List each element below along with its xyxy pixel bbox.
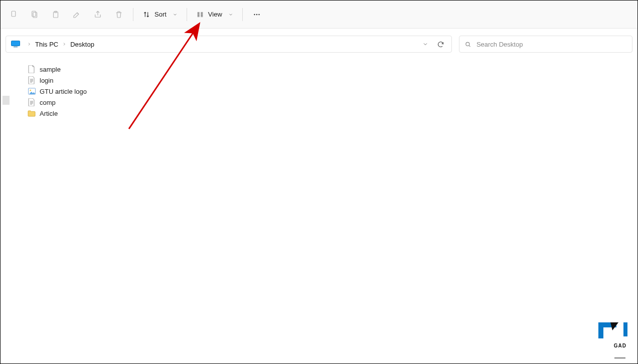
trash-icon [114,10,123,19]
address-bar[interactable]: This PC Desktop [6,36,452,53]
svg-rect-9 [14,47,18,48]
chevron-down-icon [173,12,178,17]
file-item[interactable]: login [26,75,106,86]
share-icon [93,10,102,19]
more-button[interactable] [247,6,267,24]
view-icon [196,11,204,19]
chevron-right-icon [62,41,66,48]
file-name: sample [40,66,61,73]
svg-rect-8 [12,41,20,46]
this-pc-icon [11,41,20,48]
toolbar-separator [187,8,187,21]
svg-point-12 [30,90,31,91]
nav-row: This PC Desktop [1,29,637,57]
copy-icon [30,10,39,19]
breadcrumb-this-pc[interactable]: This PC [35,41,58,48]
cut-button[interactable] [4,6,24,24]
resize-handle[interactable] [614,357,625,358]
address-history-button[interactable] [418,41,432,47]
chevron-down-icon [422,41,428,47]
file-item[interactable]: comp [26,97,106,108]
chevron-right-icon [27,41,31,48]
svg-point-6 [256,14,257,15]
ellipsis-icon [252,10,261,19]
cut-icon [9,10,18,19]
text-file-icon [28,98,36,106]
toolbar-separator [242,8,243,21]
file-item[interactable]: Article [26,108,106,119]
svg-rect-2 [32,11,36,17]
svg-point-10 [466,42,469,46]
search-input[interactable] [476,41,627,48]
rename-button[interactable] [67,6,87,24]
explorer-window: Sort View This PC Desktop [0,0,638,364]
folder-icon [28,109,36,117]
svg-rect-14 [623,322,627,336]
sort-label: Sort [154,11,167,18]
rename-icon [72,10,81,19]
sort-icon [142,11,150,19]
file-name: login [40,77,53,84]
file-name: comp [40,99,56,106]
nav-pane-collapsed[interactable] [1,57,12,363]
toolbar: Sort View [1,1,637,29]
file-name: GTU article logo [40,88,87,95]
delete-button[interactable] [109,6,129,24]
file-name: Article [40,110,58,117]
sort-button[interactable]: Sort [137,6,183,24]
file-list[interactable]: sample login GTU article logo comp [12,57,637,363]
nav-pane-handle[interactable] [3,96,10,105]
breadcrumb-desktop[interactable]: Desktop [70,41,94,48]
paste-button[interactable] [46,6,66,24]
file-blank-icon [28,65,36,73]
toolbar-separator [133,8,133,21]
image-file-icon [28,87,36,95]
svg-point-5 [254,14,255,15]
svg-rect-0 [12,11,16,17]
refresh-button[interactable] [432,41,448,48]
text-file-icon [28,76,36,84]
watermark-logo: GAD [595,319,631,348]
watermark-text: GAD [614,343,626,348]
search-box[interactable] [459,36,632,53]
refresh-icon [437,41,444,48]
content-area: sample login GTU article logo comp [1,57,637,363]
view-button[interactable]: View [191,6,238,24]
svg-rect-1 [33,12,37,18]
search-icon [464,41,471,48]
chevron-down-icon [228,12,233,17]
view-label: View [208,11,222,18]
file-item[interactable]: GTU article logo [26,86,106,97]
share-button[interactable] [88,6,108,24]
svg-point-7 [258,14,259,15]
file-item[interactable]: sample [26,64,106,75]
paste-icon [51,10,60,19]
copy-button[interactable] [25,6,45,24]
